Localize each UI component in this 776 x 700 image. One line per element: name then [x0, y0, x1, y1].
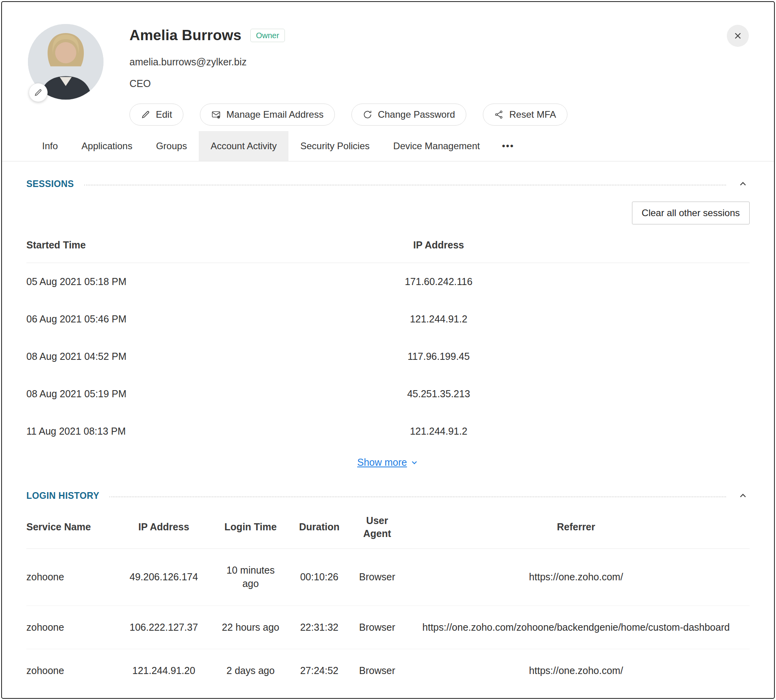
change-password-button[interactable]: Change Password [351, 104, 466, 126]
tab-security-policies[interactable]: Security Policies [288, 131, 381, 161]
profile-actions: Edit Manage Email Address [129, 104, 567, 126]
login-col-login-time: Login Time [214, 509, 287, 549]
tab-bar: Info Applications Groups Account Activit… [2, 131, 774, 161]
table-row: 11 Aug 2021 08:13 PM 121.244.91.2 [26, 413, 750, 450]
sessions-table: Started Time IP Address 05 Aug 2021 05:1… [26, 231, 750, 450]
profile-header: Amelia Burrows Owner amelia.burrows@zylk… [2, 2, 774, 126]
login-col-ip: IP Address [113, 509, 214, 549]
tab-info[interactable]: Info [30, 131, 70, 161]
close-icon [733, 31, 743, 41]
show-more-link[interactable]: Show more [355, 456, 421, 469]
show-more-container: Show more [26, 456, 750, 469]
login-referrer: https://one.zoho.com/ [403, 649, 750, 693]
pencil-icon [141, 110, 150, 119]
login-referrer: https://one.zoho.com/ [403, 549, 750, 606]
show-more-label: Show more [357, 457, 407, 468]
login-referrer: https://one.zoho.com/zohoone/backendgeni… [403, 606, 750, 649]
change-password-button-label: Change Password [378, 109, 455, 120]
login-history-title: LOGIN HISTORY [26, 491, 99, 501]
profile-info: Amelia Burrows Owner amelia.burrows@zylk… [129, 24, 567, 126]
dotted-divider [84, 185, 726, 185]
login-time: 2 days ago [214, 649, 287, 693]
manage-email-button[interactable]: Manage Email Address [200, 104, 335, 126]
sessions-section-header: SESSIONS [26, 177, 750, 191]
tab-more[interactable]: ••• [491, 131, 524, 161]
login-col-referrer: Referrer [403, 509, 750, 549]
table-row: 05 Aug 2021 05:18 PM 171.60.242.116 [26, 263, 750, 301]
login-col-duration: Duration [287, 509, 352, 549]
login-duration: 22:31:32 [287, 606, 352, 649]
login-col-user-agent: User Agent [352, 509, 403, 549]
session-spacer [591, 338, 750, 375]
login-user-agent: Browser [352, 649, 403, 693]
email-settings-icon [211, 110, 221, 119]
table-row: 06 Aug 2021 05:46 PM 121.244.91.2 [26, 300, 750, 338]
session-started-time: 08 Aug 2021 05:19 PM [26, 375, 287, 413]
collapse-login-history-button[interactable] [736, 489, 750, 502]
edit-photo-button[interactable] [29, 83, 48, 102]
edit-button[interactable]: Edit [129, 104, 183, 126]
close-button[interactable] [727, 25, 749, 47]
sessions-header-row: Started Time IP Address [26, 231, 750, 263]
avatar-container [28, 24, 103, 100]
session-started-time: 11 Aug 2021 08:13 PM [26, 413, 287, 450]
tab-groups[interactable]: Groups [144, 131, 199, 161]
login-user-agent: Browser [352, 606, 403, 649]
user-name: Amelia Burrows [129, 27, 242, 44]
login-time: 10 minutes ago [214, 549, 287, 606]
manage-email-button-label: Manage Email Address [226, 109, 323, 120]
login-user-agent: Browser [352, 549, 403, 606]
session-ip: 45.251.35.213 [287, 375, 591, 413]
login-duration: 00:10:26 [287, 549, 352, 606]
user-detail-panel: Amelia Burrows Owner amelia.burrows@zylk… [1, 1, 775, 699]
session-started-time: 06 Aug 2021 05:46 PM [26, 300, 287, 338]
session-started-time: 05 Aug 2021 05:18 PM [26, 263, 287, 301]
table-row: zohoone 106.222.127.37 22 hours ago 22:3… [26, 606, 750, 649]
dotted-divider [109, 496, 726, 497]
login-col-service: Service Name [26, 509, 113, 549]
pencil-icon [34, 88, 42, 97]
table-row: zohoone 121.244.91.20 2 days ago 27:24:5… [26, 649, 750, 693]
login-service: zohoone [26, 549, 113, 606]
account-activity-content: SESSIONS Clear all other sessions Starte… [2, 177, 774, 693]
chevron-down-icon [410, 458, 419, 467]
session-ip: 121.244.91.2 [287, 413, 591, 450]
login-service: zohoone [26, 649, 113, 693]
login-ip: 121.244.91.20 [113, 649, 214, 693]
reset-mfa-button-label: Reset MFA [509, 109, 556, 120]
table-row: 08 Aug 2021 04:52 PM 117.96.199.45 [26, 338, 750, 375]
login-history-header-row: Service Name IP Address Login Time Durat… [26, 509, 750, 549]
login-history-section-header: LOGIN HISTORY [26, 489, 750, 502]
user-email: amelia.burrows@zylker.biz [129, 56, 567, 68]
tab-account-activity[interactable]: Account Activity [199, 131, 288, 161]
sessions-title: SESSIONS [26, 179, 74, 189]
mfa-reset-icon [494, 110, 504, 119]
sessions-col-started-time: Started Time [26, 231, 287, 263]
login-history-table: Service Name IP Address Login Time Durat… [26, 509, 750, 693]
login-ip: 49.206.126.174 [113, 549, 214, 606]
user-job-title: CEO [129, 78, 567, 89]
session-spacer [591, 375, 750, 413]
tab-device-management[interactable]: Device Management [381, 131, 491, 161]
table-row: zohoone 49.206.126.174 10 minutes ago 00… [26, 549, 750, 606]
sessions-col-ip: IP Address [287, 231, 591, 263]
session-spacer [591, 413, 750, 450]
tab-applications[interactable]: Applications [70, 131, 144, 161]
login-ip: 106.222.127.37 [113, 606, 214, 649]
chevron-up-icon [738, 491, 748, 501]
clear-all-sessions-button[interactable]: Clear all other sessions [632, 202, 750, 224]
session-started-time: 08 Aug 2021 04:52 PM [26, 338, 287, 375]
refresh-icon [363, 110, 372, 119]
reset-mfa-button[interactable]: Reset MFA [483, 104, 567, 126]
session-ip: 121.244.91.2 [287, 300, 591, 338]
collapse-sessions-button[interactable] [736, 177, 750, 191]
owner-badge: Owner [250, 29, 285, 42]
sessions-col-spacer [591, 231, 750, 263]
login-service: zohoone [26, 606, 113, 649]
login-time: 22 hours ago [214, 606, 287, 649]
session-spacer [591, 300, 750, 338]
table-row: 08 Aug 2021 05:19 PM 45.251.35.213 [26, 375, 750, 413]
chevron-up-icon [738, 179, 748, 189]
sessions-toolbar: Clear all other sessions [26, 202, 750, 224]
session-ip: 171.60.242.116 [287, 263, 591, 301]
